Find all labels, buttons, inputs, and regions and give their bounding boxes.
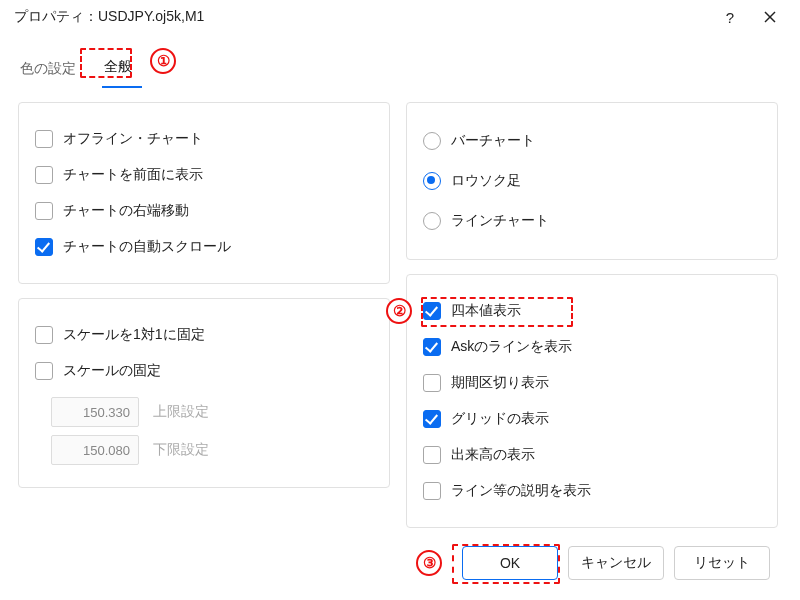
tab-color-settings[interactable]: 色の設定 (18, 54, 86, 88)
period-sep-checkbox[interactable] (423, 374, 441, 392)
descriptions-checkbox[interactable] (423, 482, 441, 500)
upper-limit-label: 上限設定 (153, 403, 209, 421)
ohlc-row[interactable]: 四本値表示 (423, 293, 759, 329)
chart-autoscroll-row[interactable]: チャートの自動スクロール (35, 229, 371, 265)
chart-front-label: チャートを前面に表示 (63, 166, 203, 184)
offline-chart-label: オフライン・チャート (63, 130, 203, 148)
chart-front-checkbox[interactable] (35, 166, 53, 184)
grid-checkbox[interactable] (423, 410, 441, 428)
window-title: プロパティ：USDJPY.oj5k,M1 (14, 8, 710, 26)
descriptions-row[interactable]: ライン等の説明を表示 (423, 473, 759, 509)
help-button[interactable]: ? (710, 0, 750, 34)
scale-fix-one-checkbox[interactable] (35, 326, 53, 344)
line-chart-row[interactable]: ラインチャート (423, 201, 759, 241)
chart-shift-row[interactable]: チャートの右端移動 (35, 193, 371, 229)
display-options-panel: 四本値表示 Askのラインを表示 期間区切り表示 グリッドの表示 出来高の表示 … (406, 274, 778, 528)
chart-front-row[interactable]: チャートを前面に表示 (35, 157, 371, 193)
lower-limit-row: 150.080 下限設定 (35, 427, 371, 465)
bar-chart-label: バーチャート (451, 132, 535, 150)
offline-chart-checkbox[interactable] (35, 130, 53, 148)
candles-radio[interactable] (423, 172, 441, 190)
ok-button[interactable]: OK (462, 546, 558, 580)
period-sep-label: 期間区切り表示 (451, 374, 549, 392)
lower-limit-input[interactable]: 150.080 (51, 435, 139, 465)
candles-label: ロウソク足 (451, 172, 521, 190)
chart-shift-checkbox[interactable] (35, 202, 53, 220)
ask-line-checkbox[interactable] (423, 338, 441, 356)
scale-fix-row[interactable]: スケールの固定 (35, 353, 371, 389)
offline-chart-row[interactable]: オフライン・チャート (35, 121, 371, 157)
line-chart-radio[interactable] (423, 212, 441, 230)
scale-fix-checkbox[interactable] (35, 362, 53, 380)
dialog-body: オフライン・チャート チャートを前面に表示 チャートの右端移動 チャートの自動ス… (0, 88, 800, 536)
ohlc-checkbox[interactable] (423, 302, 441, 320)
upper-limit-input[interactable]: 150.330 (51, 397, 139, 427)
grid-label: グリッドの表示 (451, 410, 549, 428)
volumes-row[interactable]: 出来高の表示 (423, 437, 759, 473)
period-sep-row[interactable]: 期間区切り表示 (423, 365, 759, 401)
bar-chart-radio[interactable] (423, 132, 441, 150)
reset-button[interactable]: リセット (674, 546, 770, 580)
tab-bar: 色の設定 全般 (0, 34, 800, 88)
chart-shift-label: チャートの右端移動 (63, 202, 189, 220)
title-bar: プロパティ：USDJPY.oj5k,M1 ? (0, 0, 800, 34)
footer-buttons: OK キャンセル リセット (0, 546, 800, 592)
scale-fix-one-label: スケールを1対1に固定 (63, 326, 205, 344)
ask-line-label: Askのラインを表示 (451, 338, 572, 356)
scale-fix-one-row[interactable]: スケールを1対1に固定 (35, 317, 371, 353)
chart-autoscroll-label: チャートの自動スクロール (63, 238, 231, 256)
volumes-checkbox[interactable] (423, 446, 441, 464)
descriptions-label: ライン等の説明を表示 (451, 482, 591, 500)
close-button[interactable] (750, 0, 790, 34)
scale-fix-label: スケールの固定 (63, 362, 161, 380)
line-chart-label: ラインチャート (451, 212, 549, 230)
grid-row[interactable]: グリッドの表示 (423, 401, 759, 437)
tab-general[interactable]: 全般 (102, 52, 142, 88)
ohlc-label: 四本値表示 (451, 302, 521, 320)
chart-options-panel: オフライン・チャート チャートを前面に表示 チャートの右端移動 チャートの自動ス… (18, 102, 390, 284)
chart-autoscroll-checkbox[interactable] (35, 238, 53, 256)
lower-limit-label: 下限設定 (153, 441, 209, 459)
upper-limit-row: 150.330 上限設定 (35, 389, 371, 427)
cancel-button[interactable]: キャンセル (568, 546, 664, 580)
candles-row[interactable]: ロウソク足 (423, 161, 759, 201)
bar-chart-row[interactable]: バーチャート (423, 121, 759, 161)
ask-line-row[interactable]: Askのラインを表示 (423, 329, 759, 365)
volumes-label: 出来高の表示 (451, 446, 535, 464)
chart-type-panel: バーチャート ロウソク足 ラインチャート (406, 102, 778, 260)
scale-panel: スケールを1対1に固定 スケールの固定 150.330 上限設定 150.080… (18, 298, 390, 488)
